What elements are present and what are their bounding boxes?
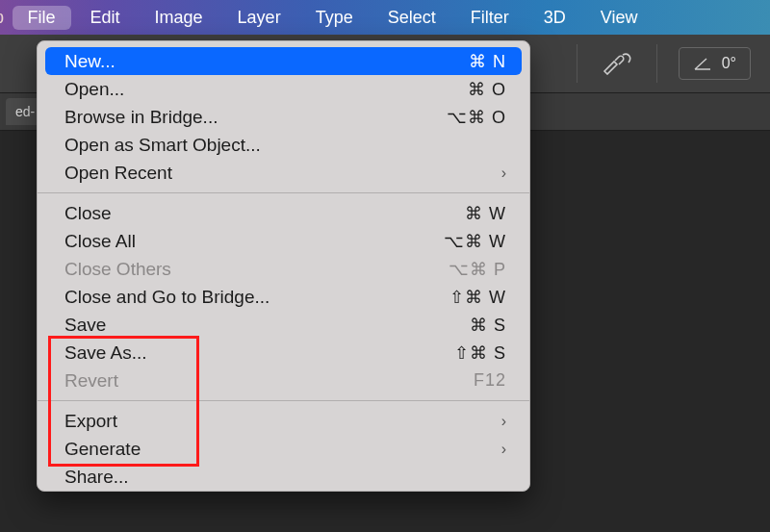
menu-item-close-all[interactable]: Close All⌥⌘ W: [38, 227, 529, 255]
menu-item-export[interactable]: Export›: [38, 407, 529, 435]
toolbar-separator: [577, 44, 578, 83]
angle-icon: [693, 56, 712, 71]
menu-item-label: Save: [64, 315, 429, 336]
chevron-right-icon: ›: [429, 413, 506, 430]
menu-item-browse-in-bridge[interactable]: Browse in Bridge...⌥⌘ O: [38, 103, 529, 131]
menu-item-shortcut: ⌥⌘ W: [429, 231, 506, 252]
menu-item-close-and-go-to-bridge[interactable]: Close and Go to Bridge...⇧⌘ W: [38, 283, 529, 311]
menu-item-label: Close Others: [64, 259, 429, 280]
eyedropper-icon[interactable]: [599, 49, 635, 78]
menu-item-label: Close: [64, 203, 429, 224]
menu-item-open-as-smart-object[interactable]: Open as Smart Object...: [38, 131, 529, 159]
menu-item-label: Save As...: [64, 342, 429, 364]
menu-item-shortcut: F12: [429, 370, 506, 391]
toolbar-separator: [656, 44, 657, 83]
menu-item-label: Close All: [64, 231, 429, 252]
menu-item-shortcut: ⌘ W: [429, 203, 506, 224]
menu-item-shortcut: ⇧⌘ W: [429, 287, 506, 308]
menu-item-label: Share...: [64, 467, 506, 488]
menu-item-shortcut: ⌘ N: [429, 51, 506, 72]
menu-item-label: New...: [64, 51, 429, 72]
menu-item-label: Generate: [64, 439, 429, 460]
menu-view[interactable]: View: [585, 6, 654, 30]
menu-item-label: Browse in Bridge...: [64, 107, 429, 128]
menu-item-shortcut: ⌥⌘ O: [429, 107, 506, 128]
menu-item-label: Revert: [64, 370, 429, 392]
angle-value: 0°: [722, 55, 736, 72]
menu-3d[interactable]: 3D: [528, 6, 581, 30]
menu-item-label: Close and Go to Bridge...: [64, 287, 429, 308]
menu-item-close-others: Close Others⌥⌘ P: [38, 255, 529, 283]
menu-layer[interactable]: Layer: [222, 6, 296, 30]
file-menu-dropdown: New...⌘ NOpen...⌘ OBrowse in Bridge...⌥⌘…: [37, 40, 530, 492]
chevron-right-icon: ›: [429, 441, 506, 458]
menu-item-save-as[interactable]: Save As...⇧⌘ S: [38, 339, 529, 367]
menu-item-share[interactable]: Share...: [38, 463, 529, 491]
menu-filter[interactable]: Filter: [455, 6, 525, 30]
menu-item-revert: RevertF12: [38, 367, 529, 394]
menu-type[interactable]: Type: [300, 6, 369, 30]
menu-divider: [38, 192, 529, 193]
menu-file[interactable]: File: [13, 6, 71, 30]
menu-item-label: Open as Smart Object...: [64, 135, 506, 156]
menu-item-label: Export: [64, 411, 429, 432]
menu-item-new[interactable]: New...⌘ N: [45, 47, 522, 75]
menu-select[interactable]: Select: [372, 6, 451, 30]
menubar: p FileEditImageLayerTypeSelectFilter3DVi…: [0, 0, 770, 35]
chevron-right-icon: ›: [429, 165, 506, 182]
menu-item-shortcut: ⇧⌘ S: [429, 342, 506, 364]
menu-item-label: Open Recent: [64, 163, 429, 184]
angle-input[interactable]: 0°: [679, 47, 751, 80]
menu-item-close[interactable]: Close⌘ W: [38, 199, 529, 227]
menu-item-open-recent[interactable]: Open Recent›: [38, 159, 529, 187]
menu-item-open[interactable]: Open...⌘ O: [38, 75, 529, 103]
menu-item-shortcut: ⌘ O: [429, 79, 506, 100]
menu-image[interactable]: Image: [140, 6, 218, 30]
menu-edit[interactable]: Edit: [75, 6, 136, 30]
menu-item-label: Open...: [64, 79, 429, 100]
menu-item-save[interactable]: Save⌘ S: [38, 311, 529, 339]
menu-item-shortcut: ⌘ S: [429, 315, 506, 336]
menu-item-generate[interactable]: Generate›: [38, 435, 529, 463]
menu-divider: [38, 400, 529, 401]
app-label: p: [0, 8, 11, 28]
menu-item-shortcut: ⌥⌘ P: [429, 259, 506, 280]
